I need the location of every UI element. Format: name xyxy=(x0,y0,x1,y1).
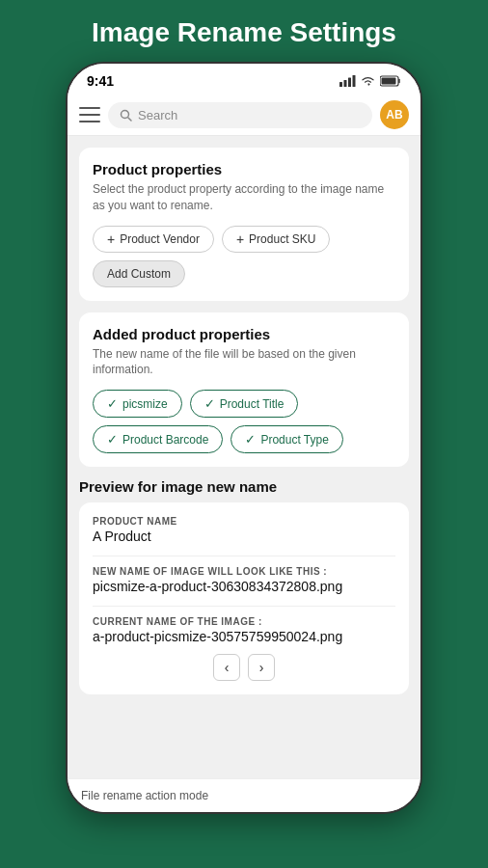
added-properties-title: Added product properties xyxy=(93,326,395,342)
added-properties-desc: The new name of the file will be based o… xyxy=(93,346,395,379)
status-bar: 9:41 xyxy=(68,64,420,95)
svg-rect-3 xyxy=(353,75,356,87)
product-sku-label: Product SKU xyxy=(249,232,315,246)
svg-rect-1 xyxy=(344,80,347,87)
svg-line-7 xyxy=(128,118,131,121)
preview-card: PRODUCT NAME A Product NEW NAME OF IMAGE… xyxy=(79,502,409,694)
product-sku-button[interactable]: + Product SKU xyxy=(222,226,331,253)
hamburger-menu-button[interactable] xyxy=(79,107,100,122)
bottom-hint: File rename action mode xyxy=(68,778,420,812)
wifi-icon xyxy=(361,75,375,87)
add-custom-button[interactable]: Add Custom xyxy=(93,260,185,287)
current-name-value: a-product-picsmize-30575759950024.png xyxy=(93,629,395,644)
product-vendor-label: Product Vendor xyxy=(120,232,200,246)
phone-frame: 9:41 xyxy=(66,62,422,814)
prev-button[interactable]: ‹ xyxy=(213,654,240,681)
next-button[interactable]: › xyxy=(248,654,275,681)
product-properties-desc: Select the product property according to… xyxy=(93,181,395,214)
preview-section: Preview for image new name PRODUCT NAME … xyxy=(79,478,409,694)
product-type-tag[interactable]: ✓ Product Type xyxy=(230,425,343,453)
check-icon: ✓ xyxy=(204,396,215,411)
avatar: AB xyxy=(380,100,409,129)
product-properties-card: Product properties Select the product pr… xyxy=(79,148,409,301)
product-barcode-tag[interactable]: ✓ Product Barcode xyxy=(93,425,223,453)
product-type-label: Product Type xyxy=(260,433,329,447)
picsmize-label: picsmize xyxy=(122,397,168,411)
battery-icon xyxy=(380,75,401,87)
nav-bar: Search AB xyxy=(68,95,420,136)
check-icon: ✓ xyxy=(107,432,118,447)
check-icon: ✓ xyxy=(245,432,256,447)
added-tags-container: ✓ picsmize ✓ Product Title ✓ Product Bar… xyxy=(93,390,395,453)
search-box[interactable]: Search xyxy=(108,102,372,128)
product-title-tag[interactable]: ✓ Product Title xyxy=(190,390,299,418)
status-time: 9:41 xyxy=(87,73,114,89)
svg-rect-2 xyxy=(348,78,351,88)
search-icon xyxy=(120,109,132,122)
page-title-heading: Image Rename Settings xyxy=(0,0,488,62)
signal-icon xyxy=(339,75,356,87)
product-title-label: Product Title xyxy=(220,397,285,411)
svg-point-6 xyxy=(122,110,129,118)
added-properties-card: Added product properties The new name of… xyxy=(79,312,409,468)
product-barcode-label: Product Barcode xyxy=(122,433,208,447)
product-properties-title: Product properties xyxy=(93,161,395,177)
product-vendor-button[interactable]: + Product Vendor xyxy=(93,226,214,253)
search-placeholder-text: Search xyxy=(138,108,177,122)
main-content: Product properties Select the product pr… xyxy=(68,136,420,778)
product-name-value: A Product xyxy=(93,529,395,544)
picsmize-tag[interactable]: ✓ picsmize xyxy=(93,390,182,418)
current-name-label: CURRENT NAME OF THE IMAGE : xyxy=(93,616,395,627)
svg-rect-0 xyxy=(339,82,342,87)
svg-rect-5 xyxy=(382,78,396,85)
plus-icon: + xyxy=(107,232,115,246)
status-icons xyxy=(339,75,401,87)
preview-divider-1 xyxy=(93,556,395,556)
preview-title: Preview for image new name xyxy=(79,478,409,495)
check-icon: ✓ xyxy=(107,396,118,411)
product-property-tags: + Product Vendor + Product SKU Add Custo… xyxy=(93,226,395,287)
plus-icon: + xyxy=(236,232,244,246)
preview-divider-2 xyxy=(93,606,395,607)
preview-nav: ‹ › xyxy=(93,654,395,681)
product-name-label: PRODUCT NAME xyxy=(93,516,395,527)
new-name-value: picsmize-a-product-30630834372808.png xyxy=(93,579,395,594)
new-name-label: NEW NAME OF IMAGE WILL LOOK LIKE THIS : xyxy=(93,566,395,577)
